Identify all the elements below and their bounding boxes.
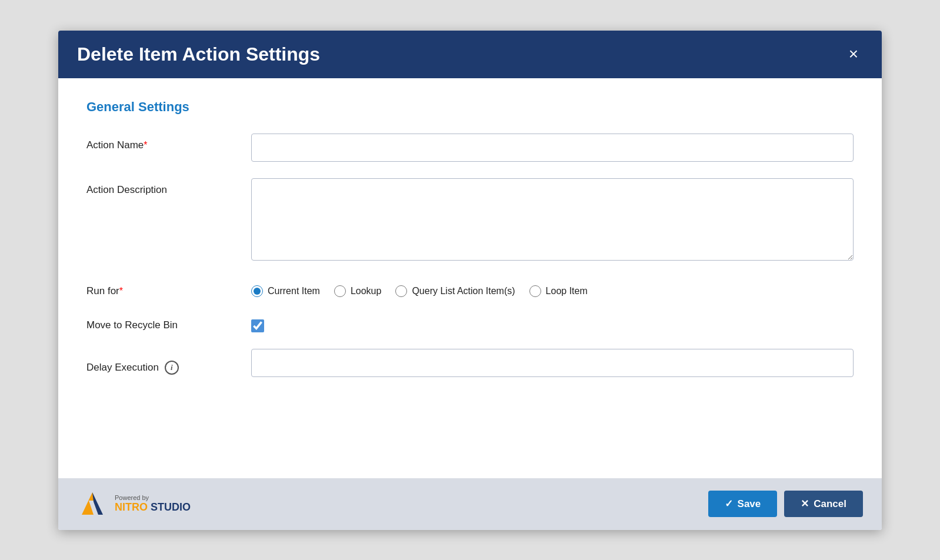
run-for-radio-group: Current Item Lookup Query List Action It… bbox=[251, 279, 854, 297]
save-checkmark: ✓ bbox=[725, 498, 733, 510]
run-for-row: Run for* Current Item Lookup Query List … bbox=[86, 279, 854, 297]
radio-current-item[interactable]: Current Item bbox=[251, 285, 320, 297]
close-button[interactable]: × bbox=[844, 44, 863, 65]
action-description-control bbox=[251, 178, 854, 263]
action-description-label: Action Description bbox=[86, 178, 251, 196]
recycle-bin-row: Move to Recycle Bin bbox=[86, 314, 854, 332]
action-description-textarea[interactable] bbox=[251, 178, 854, 261]
cancel-button[interactable]: ✕ Cancel bbox=[784, 491, 863, 517]
nitro-label: NITRO bbox=[115, 501, 148, 513]
save-button[interactable]: ✓ Save bbox=[708, 491, 778, 517]
action-name-label: Action Name* bbox=[86, 134, 251, 151]
required-star: * bbox=[144, 140, 147, 150]
radio-query-list[interactable]: Query List Action Item(s) bbox=[395, 285, 515, 297]
cancel-label: Cancel bbox=[814, 498, 846, 510]
footer-buttons: ✓ Save ✕ Cancel bbox=[708, 491, 863, 517]
recycle-bin-checkbox-wrap bbox=[251, 314, 854, 332]
recycle-bin-checkbox[interactable] bbox=[251, 319, 264, 332]
nitro-brand: Powered by NITRO STUDIO bbox=[77, 489, 191, 519]
modal-title: Delete Item Action Settings bbox=[77, 44, 320, 65]
cancel-x-mark: ✕ bbox=[801, 498, 809, 510]
action-description-row: Action Description bbox=[86, 178, 854, 263]
modal-container: Delete Item Action Settings × General Se… bbox=[58, 31, 882, 530]
radio-current-item-input[interactable] bbox=[251, 285, 263, 297]
delay-execution-control bbox=[251, 349, 854, 377]
radio-lookup[interactable]: Lookup bbox=[334, 285, 382, 297]
radio-lookup-input[interactable] bbox=[334, 285, 346, 297]
radio-query-list-input[interactable] bbox=[395, 285, 407, 297]
nitro-studio-name: NITRO STUDIO bbox=[115, 501, 191, 514]
run-for-control: Current Item Lookup Query List Action It… bbox=[251, 279, 854, 297]
radio-loop-item-input[interactable] bbox=[529, 285, 541, 297]
modal-footer: Powered by NITRO STUDIO ✓ Save ✕ Cancel bbox=[58, 478, 882, 530]
modal-header: Delete Item Action Settings × bbox=[58, 31, 882, 78]
action-name-control bbox=[251, 134, 854, 162]
action-name-input[interactable] bbox=[251, 134, 854, 162]
run-for-required-star: * bbox=[119, 286, 123, 296]
recycle-bin-label: Move to Recycle Bin bbox=[86, 314, 251, 331]
run-for-label: Run for* bbox=[86, 279, 251, 297]
svg-marker-1 bbox=[92, 492, 103, 515]
save-label: Save bbox=[738, 498, 761, 510]
studio-label: STUDIO bbox=[148, 501, 191, 513]
powered-by-text: Powered by bbox=[115, 494, 191, 501]
nitro-text-block: Powered by NITRO STUDIO bbox=[115, 494, 191, 514]
delay-execution-label: Delay Execution i bbox=[86, 349, 251, 375]
delay-execution-row: Delay Execution i bbox=[86, 349, 854, 377]
delay-execution-info-icon[interactable]: i bbox=[165, 361, 179, 375]
delay-execution-input[interactable] bbox=[251, 349, 854, 377]
action-name-row: Action Name* bbox=[86, 134, 854, 162]
modal-body: General Settings Action Name* Action Des… bbox=[58, 78, 882, 478]
section-title: General Settings bbox=[86, 99, 854, 115]
recycle-bin-control bbox=[251, 314, 854, 332]
radio-loop-item[interactable]: Loop Item bbox=[529, 285, 588, 297]
nitro-logo-icon bbox=[77, 489, 108, 519]
